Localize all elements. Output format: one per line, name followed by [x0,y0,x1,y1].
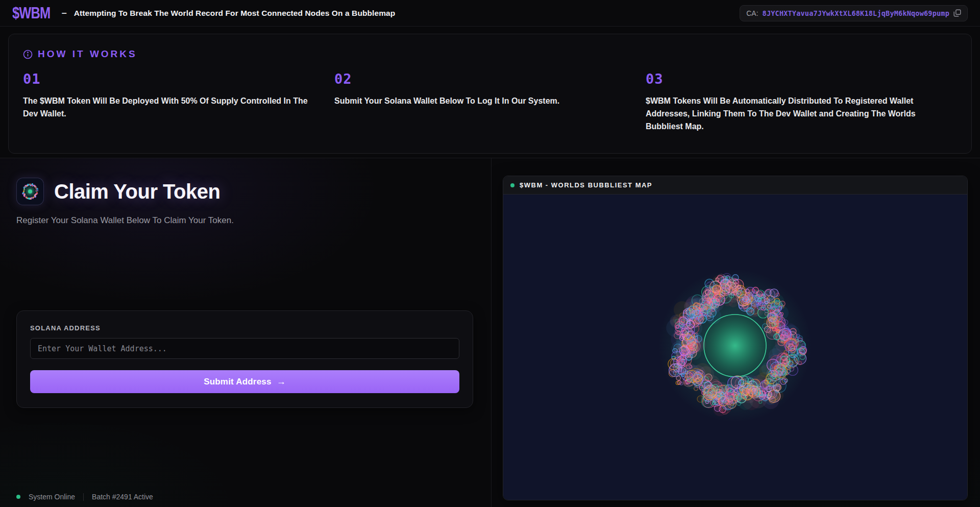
solana-address-label: SOLANA ADDRESS [30,324,459,332]
arrow-right-icon: → [277,376,286,387]
page-title: Claim Your Token [54,180,220,203]
how-it-works-card: HOW IT WORKS 01 The $WBM Token Will Be D… [8,34,972,154]
step-3-text: $WBM Tokens Will Be Automatically Distri… [646,95,932,133]
step-3-number: 03 [646,71,932,87]
submit-address-button[interactable]: Submit Address → [30,370,459,393]
step-2-number: 02 [334,71,620,87]
system-status-text: System Online [29,493,75,501]
map-status-dot [510,183,514,187]
step-2-text: Submit Your Solana Wallet Below To Log I… [334,95,620,108]
info-icon [23,50,33,59]
site-tagline: Attempting To Break The World Record For… [74,9,396,18]
bubblemap-mini-icon [16,178,44,205]
step-3: 03 $WBM Tokens Will Be Automatically Dis… [646,71,957,133]
contract-address-pill[interactable]: CA: 8JYCHXTYavua7JYwkXtXL68K18LjqByM6kNq… [740,5,968,21]
status-bar: System Online Batch #2491 Active [16,493,153,501]
bubblemap-canvas[interactable] [503,195,967,500]
submit-button-label: Submit Address [204,377,272,387]
logo-separator: – [62,8,67,18]
brand-logo: $WBM [12,4,50,22]
claim-subtitle: Register Your Solana Wallet Below To Cla… [16,215,491,226]
bubblemap-panel-title: $WBM - WORLDS BUBBLIEST MAP [520,181,652,189]
step-1-text: The $WBM Token Will Be Deployed With 50%… [23,95,309,120]
ca-label: CA: [746,9,758,17]
batch-status-text: Batch #2491 Active [92,493,153,501]
wallet-address-input[interactable] [30,338,459,359]
claim-form-card: SOLANA ADDRESS Submit Address → [16,310,473,408]
claim-section: Claim Your Token Register Your Solana Wa… [0,158,492,507]
map-section: $WBM - WORLDS BUBBLIEST MAP [492,158,980,507]
status-divider [83,493,84,501]
contract-address: 8JYCHXTYavua7JYwkXtXL68K18LjqByM6kNqow69… [763,9,949,17]
copy-icon[interactable] [953,9,961,17]
how-it-works-title: HOW IT WORKS [38,49,137,60]
step-1: 01 The $WBM Token Will Be Deployed With … [23,71,334,133]
step-2: 02 Submit Your Solana Wallet Below To Lo… [334,71,646,133]
bubblemap-panel: $WBM - WORLDS BUBBLIEST MAP [503,176,968,500]
step-1-number: 01 [23,71,309,87]
bubblemap-panel-header: $WBM - WORLDS BUBBLIEST MAP [503,176,967,195]
how-it-works-steps: 01 The $WBM Token Will Be Deployed With … [23,71,957,133]
top-bar: $WBM – Attempting To Break The World Rec… [0,0,980,27]
online-status-dot [16,495,20,499]
